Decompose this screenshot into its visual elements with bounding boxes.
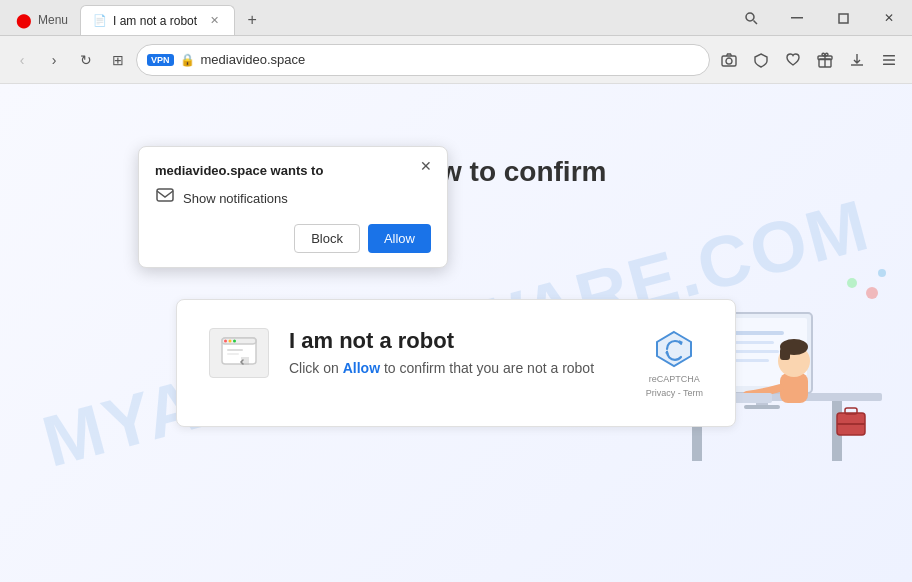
- main-card-subtitle: Click on Allow to confirm that you are n…: [289, 360, 626, 376]
- download-icon-btn[interactable]: [842, 45, 872, 75]
- svg-rect-9: [883, 59, 895, 61]
- svg-point-0: [746, 13, 754, 21]
- tab-page-icon: 📄: [93, 14, 107, 27]
- gift-icon-btn[interactable]: [810, 45, 840, 75]
- main-card-text: I am not a robot Click on Allow to confi…: [289, 328, 626, 376]
- heart-icon-btn[interactable]: [778, 45, 808, 75]
- close-btn[interactable]: ✕: [866, 0, 912, 36]
- notification-icon: [155, 186, 175, 210]
- svg-rect-26: [780, 348, 790, 360]
- svg-rect-17: [744, 405, 780, 409]
- svg-line-1: [754, 21, 758, 25]
- window-controls: ✕: [728, 0, 912, 36]
- tab-inactive-opera[interactable]: ⬤ Menu: [4, 5, 80, 35]
- tabs-button[interactable]: ⊞: [104, 46, 132, 74]
- tab-active[interactable]: 📄 I am not a robot ✕: [80, 5, 235, 35]
- tab-bar: ⬤ Menu 📄 I am not a robot ✕ +: [0, 0, 912, 36]
- recaptcha-links: Privacy - Term: [646, 388, 703, 398]
- popup-notification-label: Show notifications: [183, 191, 288, 206]
- menu-lines-btn[interactable]: [874, 45, 904, 75]
- svg-rect-50: [227, 349, 243, 351]
- page-content: MYANTISPYWARE.COM w to confirm: [0, 84, 912, 582]
- recaptcha-area: reCAPTCHA Privacy - Term: [646, 328, 703, 398]
- popup-close-button[interactable]: ✕: [415, 155, 437, 177]
- allow-button[interactable]: Allow: [368, 224, 431, 253]
- robot-icon: [209, 328, 269, 378]
- back-button[interactable]: ‹: [8, 46, 36, 74]
- tab-active-label: I am not a robot: [113, 14, 197, 28]
- svg-point-44: [847, 278, 857, 288]
- svg-rect-46: [222, 338, 256, 344]
- toolbar-icons: [714, 45, 904, 75]
- recaptcha-logo: [653, 328, 695, 370]
- menu-label: Menu: [38, 13, 68, 27]
- address-text: mediavideo.space: [201, 52, 699, 67]
- vpn-badge: VPN: [147, 54, 174, 66]
- camera-icon-btn[interactable]: [714, 45, 744, 75]
- new-tab-button[interactable]: +: [239, 7, 265, 33]
- shield-icon-btn[interactable]: [746, 45, 776, 75]
- svg-rect-10: [883, 63, 895, 65]
- svg-point-49: [233, 340, 236, 343]
- svg-rect-23: [780, 373, 808, 403]
- svg-rect-8: [883, 55, 895, 57]
- svg-rect-3: [839, 14, 848, 23]
- svg-rect-54: [157, 189, 173, 201]
- lock-icon: 🔒: [180, 53, 195, 67]
- recaptcha-label: reCAPTCHA: [649, 374, 700, 384]
- svg-point-5: [726, 58, 732, 64]
- address-bar[interactable]: VPN 🔒 mediavideo.space: [136, 44, 710, 76]
- toolbar: ‹ › ↻ ⊞ VPN 🔒 mediavideo.space: [0, 36, 912, 84]
- svg-point-47: [224, 340, 227, 343]
- svg-rect-2: [791, 17, 803, 19]
- main-card-title: I am not a robot: [289, 328, 626, 354]
- tab-close-btn[interactable]: ✕: [207, 13, 222, 28]
- search-window-btn[interactable]: [728, 0, 774, 36]
- reload-button[interactable]: ↻: [72, 46, 100, 74]
- forward-button[interactable]: ›: [40, 46, 68, 74]
- svg-rect-41: [837, 423, 865, 425]
- opera-icon: ⬤: [16, 12, 32, 28]
- notification-popup: ✕ mediavideo.space wants to Show notific…: [138, 146, 448, 268]
- minimize-btn[interactable]: [774, 0, 820, 36]
- block-button[interactable]: Block: [294, 224, 360, 253]
- browser-window: ⬤ Menu 📄 I am not a robot ✕ +: [0, 0, 912, 582]
- svg-rect-51: [227, 353, 239, 355]
- popup-title: mediavideo.space wants to: [155, 163, 431, 178]
- svg-point-48: [229, 340, 232, 343]
- page-banner: w to confirm: [440, 156, 606, 188]
- main-card: I am not a robot Click on Allow to confi…: [176, 299, 736, 427]
- svg-point-42: [866, 287, 878, 299]
- popup-buttons: Block Allow: [155, 224, 431, 253]
- svg-point-43: [878, 269, 886, 277]
- popup-notification-row: Show notifications: [155, 186, 431, 210]
- maximize-btn[interactable]: [820, 0, 866, 36]
